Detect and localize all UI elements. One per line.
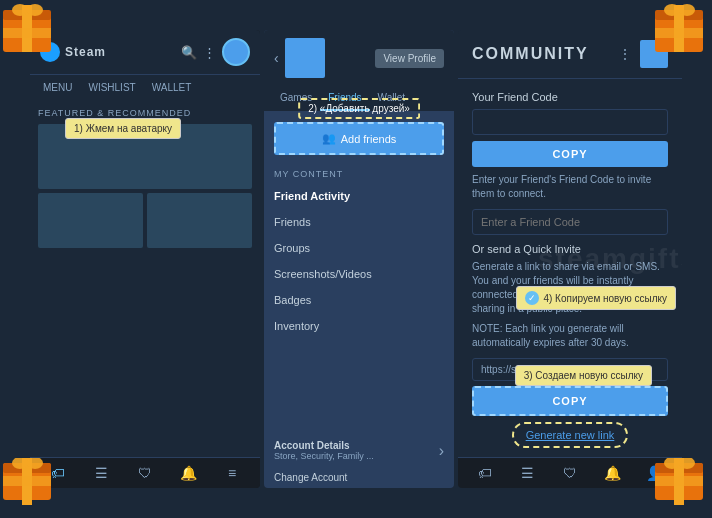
back-arrow-icon[interactable]: ‹ xyxy=(274,50,279,66)
check-icon: ✓ xyxy=(525,291,539,305)
account-details-row[interactable]: Account Details Store, Security, Family … xyxy=(274,440,444,461)
copy-button-1[interactable]: COPY xyxy=(472,141,668,167)
community-title: COMMUNITY xyxy=(472,45,618,63)
menu-inventory[interactable]: Inventory xyxy=(264,313,454,339)
nav-library-icon[interactable]: ☰ xyxy=(92,464,110,482)
svg-point-5 xyxy=(27,4,43,16)
tab-friends[interactable]: Friends xyxy=(320,86,369,111)
svg-rect-21 xyxy=(655,476,703,486)
arrow-right-icon: › xyxy=(439,442,444,460)
profile-tabs: Games Friends Wallet xyxy=(264,86,454,112)
community-nav-tag-icon[interactable]: 🏷 xyxy=(476,464,494,482)
community-menu-icon[interactable]: ⋮ xyxy=(618,46,632,62)
steam-content: FEATURED & RECOMMENDED xyxy=(30,100,260,457)
tab-wallet[interactable]: Wallet xyxy=(370,86,413,111)
account-section: Account Details Store, Security, Family … xyxy=(264,433,454,467)
profile-avatar xyxy=(285,38,325,78)
nav-menu[interactable]: MENU xyxy=(38,79,77,96)
gift-decoration-br xyxy=(652,458,712,518)
change-account[interactable]: Change Account xyxy=(264,467,454,488)
add-friends-icon: 👥 xyxy=(322,132,336,145)
enter-code-description: Enter your Friend's Friend Code to invit… xyxy=(472,173,668,201)
enter-friend-code-input[interactable] xyxy=(472,209,668,235)
tab-games[interactable]: Games xyxy=(272,86,320,111)
gift-decoration-tl xyxy=(0,0,60,60)
svg-point-4 xyxy=(12,4,28,16)
friend-code-label: Your Friend Code xyxy=(472,91,668,103)
add-friends-button[interactable]: 👥 Add friends xyxy=(274,122,444,155)
community-content: Your Friend Code COPY Enter your Friend'… xyxy=(458,79,682,457)
steam-nav: MENU WISHLIST WALLET xyxy=(30,75,260,100)
gift-decoration-tr xyxy=(652,0,712,60)
generate-new-link-button[interactable]: Generate new link xyxy=(512,422,629,448)
gift-decoration-bl xyxy=(0,458,60,518)
quick-invite-label: Or send a Quick Invite xyxy=(472,243,668,255)
featured-image-2 xyxy=(147,193,252,248)
nav-wallet[interactable]: WALLET xyxy=(147,79,197,96)
featured-image-1 xyxy=(38,193,143,248)
tooltip-generate-link: 3) Создаем новую ссылку xyxy=(515,365,652,386)
community-panel: steamgifts COMMUNITY ⋮ Your Friend Code … xyxy=(458,30,682,488)
friend-code-input[interactable] xyxy=(472,109,668,135)
note-text: NOTE: Each link you generate will automa… xyxy=(472,322,668,350)
steam-header: Steam 🔍 ⋮ xyxy=(30,30,260,75)
nav-notifications-icon[interactable]: 🔔 xyxy=(180,464,198,482)
nav-wishlist[interactable]: WISHLIST xyxy=(83,79,140,96)
steam-bottom-nav: 🏷 ☰ 🛡 🔔 ≡ xyxy=(30,457,260,488)
steam-panel: Steam 🔍 ⋮ 1) Жмем на аватарку MENU WISHL… xyxy=(30,30,260,488)
community-bottom-nav: 🏷 ☰ 🛡 🔔 👤 xyxy=(458,457,682,488)
account-subtitle: Store, Security, Family ... xyxy=(274,451,374,461)
avatar[interactable] xyxy=(222,38,250,66)
tooltip-avatar: 1) Жмем на аватарку xyxy=(65,118,181,139)
svg-rect-9 xyxy=(655,28,703,38)
menu-groups[interactable]: Groups xyxy=(264,235,454,261)
tooltip-copy-link: ✓ 4) Копируем новую ссылку xyxy=(516,286,676,310)
svg-rect-3 xyxy=(3,28,51,38)
featured-images xyxy=(38,124,252,248)
my-content-label: MY CONTENT xyxy=(264,165,454,183)
steam-title: Steam xyxy=(65,45,106,59)
menu-screenshots[interactable]: Screenshots/Videos xyxy=(264,261,454,287)
nav-menu-icon[interactable]: ≡ xyxy=(223,464,241,482)
menu-friends[interactable]: Friends xyxy=(264,209,454,235)
svg-rect-15 xyxy=(3,476,51,486)
community-nav-shield-icon[interactable]: 🛡 xyxy=(561,464,579,482)
search-icon[interactable]: 🔍 xyxy=(181,45,197,60)
main-container: Steam 🔍 ⋮ 1) Жмем на аватарку MENU WISHL… xyxy=(30,30,682,488)
view-profile-button[interactable]: View Profile xyxy=(375,49,444,68)
svg-point-10 xyxy=(664,4,680,16)
profile-header: ‹ View Profile xyxy=(264,30,454,86)
nav-community-icon[interactable]: 🛡 xyxy=(136,464,154,482)
profile-overlay: 2) «Добавить друзей» ‹ View Profile Game… xyxy=(264,30,454,488)
steam-header-icons: 🔍 ⋮ xyxy=(181,38,250,66)
copy-button-2[interactable]: COPY xyxy=(472,386,668,416)
menu-dots-icon[interactable]: ⋮ xyxy=(203,45,216,60)
account-title: Account Details xyxy=(274,440,374,451)
community-header: COMMUNITY ⋮ xyxy=(458,30,682,79)
menu-friend-activity[interactable]: Friend Activity xyxy=(264,183,454,209)
community-nav-bell-icon[interactable]: 🔔 xyxy=(603,464,621,482)
svg-point-11 xyxy=(679,4,695,16)
menu-badges[interactable]: Badges xyxy=(264,287,454,313)
community-nav-list-icon[interactable]: ☰ xyxy=(519,464,537,482)
featured-label: FEATURED & RECOMMENDED xyxy=(38,108,252,118)
